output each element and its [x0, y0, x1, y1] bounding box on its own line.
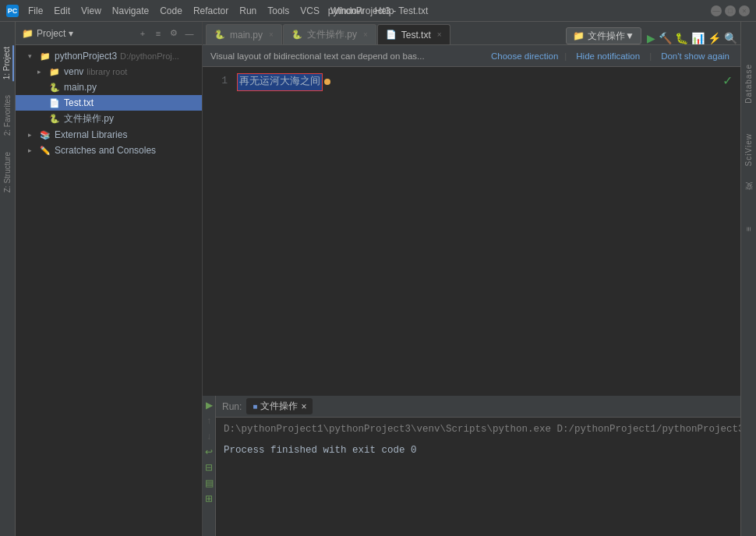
choose-direction-link[interactable]: Choose direction	[491, 51, 558, 61]
editor-tabs: 🐍 main.py ×🐍 文件操作.py ×📄 Test.txt ×📁文件操作▼…	[203, 22, 740, 45]
txt-icon-3: 📄	[48, 97, 61, 109]
sidebar-title-text: Project	[37, 28, 65, 39]
run-active-tab[interactable]: ■ 文件操作 ×	[246, 398, 313, 414]
tree-label-3: Test.txt	[64, 97, 94, 108]
database-tab[interactable]: Database	[743, 61, 754, 107]
global-run-button[interactable]: ▶	[647, 32, 655, 44]
folder-icon-6: ✏️	[39, 144, 51, 157]
tree-label-6: Scratches and Consoles	[55, 145, 156, 156]
build-button[interactable]: 🔨	[659, 32, 672, 44]
project-tree: ▾📁pythonProject3D:/pythonProj...▸📁venvli…	[16, 45, 202, 536]
run-tab-icon: ■	[253, 402, 257, 411]
editor-content[interactable]: 1 再无运河大海之间 ✓	[203, 67, 740, 396]
debug-button[interactable]: 🐛	[675, 32, 688, 44]
dont-show-again-button[interactable]: Don't show again	[658, 50, 733, 62]
editor-tab-Test-txt[interactable]: 📄 Test.txt ×	[377, 24, 450, 44]
main-layout: 1: Project 2: Favorites Z: Structure 📁 P…	[0, 22, 756, 536]
favorites-tab-vertical[interactable]: 2: Favorites	[2, 93, 13, 137]
window-controls: — □ ×	[711, 5, 750, 16]
code-area[interactable]: 再无运河大海之间	[234, 67, 740, 396]
coverage-button[interactable]: 📊	[691, 32, 705, 44]
tree-item-6[interactable]: ▸✏️Scratches and Consoles	[16, 143, 202, 158]
tree-arrow-0: ▾	[28, 52, 37, 60]
run-tab-close[interactable]: ×	[301, 401, 306, 412]
menu-item-refactor[interactable]: Refactor	[189, 4, 233, 18]
maximize-button[interactable]: □	[725, 5, 736, 16]
selected-code: 再无运河大海之间	[237, 73, 323, 91]
menu-item-code[interactable]: Code	[155, 4, 187, 18]
editor-tab------py[interactable]: 🐍 文件操作.py ×	[283, 24, 376, 44]
sidebar-title: 📁 Project ▾	[22, 28, 73, 39]
search-everywhere-button[interactable]: 🔍	[724, 32, 737, 44]
py-icon-4: 🐍	[48, 113, 61, 125]
run-wrap-button[interactable]: ↩	[203, 446, 215, 458]
code-line-1: 再无运河大海之间	[237, 73, 737, 91]
run-label: Run:	[222, 401, 242, 412]
menu-item-file[interactable]: File	[23, 4, 48, 18]
window-title: pythonProject3 - Test.txt	[328, 5, 429, 16]
left-side-tabs: 1: Project 2: Favorites Z: Structure	[0, 22, 16, 536]
run-debug-buttons: ▶ 🔨 🐛 📊 ⚡ 🔍	[647, 32, 737, 44]
changes-tab[interactable]: 変	[742, 192, 756, 199]
tree-arrow-6: ▸	[28, 146, 37, 154]
tab-icon-0: 🐍	[214, 30, 225, 40]
editor-wrapper: 🐍 main.py ×🐍 文件操作.py ×📄 Test.txt ×📁文件操作▼…	[203, 22, 740, 536]
hide-notification-button[interactable]: Hide notification	[573, 50, 643, 62]
line-numbers: 1	[203, 67, 234, 396]
tree-label-5: External Libraries	[55, 129, 127, 140]
folder-icon-5: 📚	[39, 129, 51, 141]
add-button[interactable]: +	[136, 27, 149, 40]
run-scroll-down-button[interactable]: ↓	[203, 430, 215, 443]
checkmark-icon: ✓	[722, 73, 733, 88]
sciview-tab[interactable]: SciView	[743, 130, 754, 169]
tab-label-0: main.py	[230, 30, 263, 41]
menu-item-edit[interactable]: Edit	[49, 4, 75, 18]
tab-close-1[interactable]: ×	[363, 30, 368, 39]
tree-suffix-1: library root	[87, 67, 127, 76]
tree-item-0[interactable]: ▾📁pythonProject3D:/pythonProj...	[16, 48, 202, 64]
text-cursor	[324, 79, 330, 85]
tree-label-1: venv	[64, 66, 83, 77]
title-bar: PC FileEditViewNavigateCodeRefactorRunTo…	[0, 0, 756, 22]
sidebar-actions: + ≡ ⚙ —	[136, 27, 196, 40]
log-tab[interactable]: ≡	[743, 223, 754, 235]
project-sidebar: 📁 Project ▾ + ≡ ⚙ — ▾📁pythonProject3D:/p…	[16, 22, 203, 536]
minimize-button[interactable]: —	[711, 5, 722, 16]
app-logo: PC	[6, 5, 19, 17]
editor-tab-main-py[interactable]: 🐍 main.py ×	[206, 24, 282, 44]
menu-item-vcs[interactable]: VCS	[295, 4, 324, 18]
menu-item-view[interactable]: View	[76, 4, 106, 18]
run-bottom-layout: ▶ ↑ ↓ ↩ ⊟ ▤ ⊞ Run: ■ 文件操作 ×	[203, 396, 740, 536]
structure-tab-vertical[interactable]: Z: Structure	[2, 150, 13, 194]
tree-item-5[interactable]: ▸📚External Libraries	[16, 127, 202, 143]
run-content: Run: ■ 文件操作 × ⚙ — D:\pythonProject1\pyth…	[216, 396, 740, 536]
menu-item-run[interactable]: Run	[235, 4, 261, 18]
tree-item-2[interactable]: 🐍main.py	[16, 79, 202, 95]
collapse-button[interactable]: —	[183, 27, 196, 40]
run-scroll-up-button[interactable]: ↑	[203, 414, 215, 427]
run-split-button[interactable]: ⊟	[203, 461, 215, 474]
project-tab-vertical[interactable]: 1: Project	[1, 45, 14, 81]
tree-item-3[interactable]: 📄Test.txt	[16, 95, 202, 111]
profile-button[interactable]: ⚡	[708, 32, 721, 44]
tab-close-2[interactable]: ×	[437, 30, 442, 39]
tree-path-0: D:/pythonProj...	[120, 51, 179, 61]
sidebar-dropdown-arrow[interactable]: ▾	[69, 28, 73, 39]
file-ops-icon: 📁	[573, 30, 585, 41]
run-save-button[interactable]: ▤	[203, 477, 215, 489]
output-line-1	[224, 437, 740, 443]
settings-button[interactable]: ⚙	[168, 27, 180, 40]
run-play-button[interactable]: ▶	[203, 399, 215, 411]
tab-icon-1: 🐍	[291, 30, 302, 40]
menu-item-tools[interactable]: Tools	[263, 4, 294, 18]
close-button[interactable]: ×	[739, 5, 750, 16]
run-pin-button[interactable]: ⊞	[203, 492, 215, 505]
menu-button[interactable]: ≡	[152, 27, 164, 40]
tree-item-1[interactable]: ▸📁venvlibrary root	[16, 64, 202, 79]
menu-item-navigate[interactable]: Navigate	[108, 4, 154, 18]
tree-item-4[interactable]: 🐍文件操作.py	[16, 111, 202, 127]
file-ops-button[interactable]: 📁文件操作▼	[566, 27, 641, 44]
run-output: D:\pythonProject1\pythonProject3\venv\Sc…	[216, 418, 740, 536]
tab-close-0[interactable]: ×	[269, 30, 274, 39]
file-ops-label: 文件操作▼	[588, 30, 634, 43]
